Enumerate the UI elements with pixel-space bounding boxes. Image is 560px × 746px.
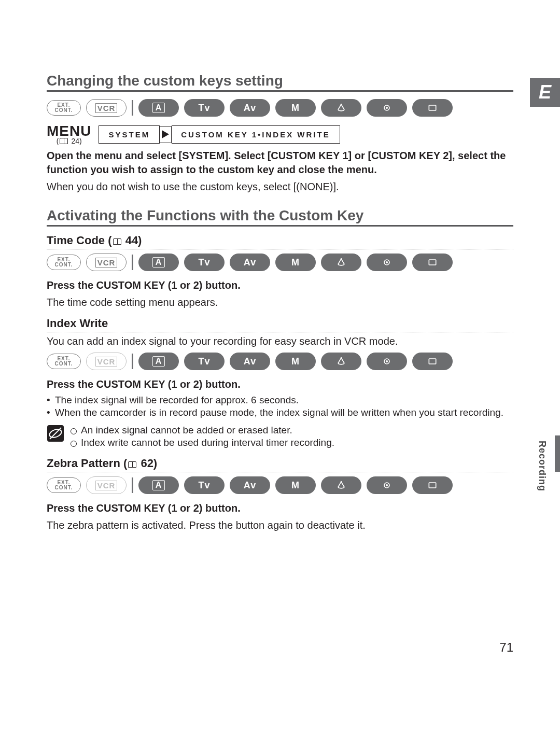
mode-row-4: EXT.CONT.VCRATvAvM [47, 476, 513, 494]
mode-vcr: VCR [86, 254, 127, 271]
mode-divider [132, 477, 133, 493]
mode-spotlight-icon [321, 99, 361, 117]
mode-night-icon [367, 254, 407, 271]
press-time-code: Press the CUSTOM KEY (1 or 2) button. [47, 278, 513, 292]
mode-vcr: VCR [86, 99, 127, 117]
mode-auto: A [138, 254, 179, 271]
mode-manual: M [275, 476, 316, 494]
svg-point-0 [341, 104, 342, 105]
note-1: An index signal cannot be added or erase… [71, 425, 334, 436]
mode-manual: M [275, 254, 316, 271]
mode-card-icon [412, 353, 453, 370]
mode-divider [132, 255, 133, 270]
page-number: 71 [499, 640, 513, 655]
note-block: An index signal cannot be added or erase… [47, 424, 513, 449]
side-label: Recording [537, 441, 548, 491]
mode-auto: A [138, 476, 179, 494]
menu-ref: ( 24) [57, 137, 82, 145]
menu-arrow-box [160, 126, 172, 143]
book-icon [113, 238, 121, 245]
mode-manual: M [275, 99, 316, 117]
mode-card-icon [412, 476, 453, 494]
instruction-open-menu: Open the menu and select [SYSTEM]. Selec… [47, 149, 513, 177]
mode-divider [132, 100, 133, 116]
svg-point-15 [341, 481, 342, 483]
mode-card-icon [412, 99, 453, 117]
book-icon [60, 138, 68, 144]
bullet-1: The index signal will be recorded for ap… [47, 395, 513, 406]
mode-spotlight-icon [321, 353, 361, 370]
mode-auto: A [138, 353, 179, 370]
mode-vcr: VCR [86, 476, 127, 494]
mode-row-1: EXT.CONT.VCRATvAvM [47, 99, 513, 117]
arrow-right-icon [162, 130, 169, 138]
subhead-index-write: Index Write [47, 317, 513, 332]
index-write-intro: You can add an index signal to your reco… [47, 334, 513, 348]
mode-divider [132, 354, 133, 369]
note-list: An index signal cannot be added or erase… [71, 424, 334, 449]
note-2: Index write cannot be used during interv… [71, 437, 334, 448]
section-title-changing: Changing the custom keys setting [47, 73, 513, 92]
mode-night-icon [367, 353, 407, 370]
mode-ext-cont: EXT.CONT. [47, 354, 81, 369]
svg-point-8 [341, 357, 342, 359]
edge-tab: E [530, 78, 560, 107]
menu-step-system: SYSTEM [99, 125, 160, 144]
mode-row-2: EXT.CONT.VCRATvAvM [47, 254, 513, 271]
bullet-2: When the camcorder is in record pause mo… [47, 407, 513, 418]
press-zebra: Press the CUSTOM KEY (1 or 2) button. [47, 501, 513, 515]
menu-step-custom-key: CUSTOM KEY 1•INDEX WRITE [172, 125, 340, 144]
svg-point-4 [341, 258, 342, 260]
mode-card-icon [412, 254, 453, 271]
zebra-ref: 62) [141, 457, 157, 470]
svg-rect-3 [429, 105, 436, 110]
mode-av: Av [230, 353, 270, 370]
desc-time-code: The time code setting menu appears. [47, 295, 513, 309]
mode-tv: Tv [184, 476, 225, 494]
section-title-activating: Activating the Functions with the Custom… [47, 207, 513, 227]
mode-ext-cont: EXT.CONT. [47, 255, 81, 270]
mode-av: Av [230, 476, 270, 494]
mode-tv: Tv [184, 353, 225, 370]
mode-ext-cont: EXT.CONT. [47, 477, 81, 493]
edge-bar [555, 435, 560, 472]
menu-label-block: MENU ( 24) [47, 124, 91, 145]
instruction-none: When you do not wish to use the custom k… [47, 180, 513, 194]
svg-rect-18 [429, 483, 436, 488]
mode-av: Av [230, 99, 270, 117]
mode-tv: Tv [184, 254, 225, 271]
svg-rect-11 [429, 359, 436, 364]
svg-rect-7 [429, 260, 436, 265]
mode-night-icon [367, 476, 407, 494]
manual-page: E Recording Changing the custom keys set… [0, 0, 560, 691]
desc-zebra: The zebra pattern is activated. Press th… [47, 518, 513, 532]
menu-label: MENU [47, 124, 91, 138]
menu-flow: MENU ( 24) SYSTEM CUSTOM KEY 1•INDEX WRI… [47, 124, 513, 145]
time-code-label: Time Code ( [47, 234, 112, 247]
subhead-time-code: Time Code ( 44) [47, 234, 513, 249]
svg-point-6 [386, 261, 388, 263]
mode-ext-cont: EXT.CONT. [47, 100, 81, 116]
mode-manual: M [275, 353, 316, 370]
svg-point-2 [386, 107, 388, 109]
mode-vcr: VCR [86, 353, 127, 370]
zebra-label: Zebra Pattern ( [47, 457, 127, 470]
mode-row-3: EXT.CONT.VCRATvAvM [47, 353, 513, 370]
subhead-zebra: Zebra Pattern ( 62) [47, 457, 513, 472]
mode-spotlight-icon [321, 476, 361, 494]
note-icon [47, 425, 64, 442]
mode-spotlight-icon [321, 254, 361, 271]
svg-point-10 [386, 360, 388, 362]
menu-ref-num: 24 [71, 137, 79, 145]
mode-av: Av [230, 254, 270, 271]
book-icon [128, 461, 136, 468]
mode-auto: A [138, 99, 179, 117]
mode-night-icon [367, 99, 407, 117]
time-code-ref: 44) [125, 234, 142, 247]
index-write-bullets: The index signal will be recorded for ap… [47, 395, 513, 418]
press-index-write: Press the CUSTOM KEY (1 or 2) button. [47, 377, 513, 391]
mode-tv: Tv [184, 99, 225, 117]
svg-point-17 [386, 484, 388, 486]
